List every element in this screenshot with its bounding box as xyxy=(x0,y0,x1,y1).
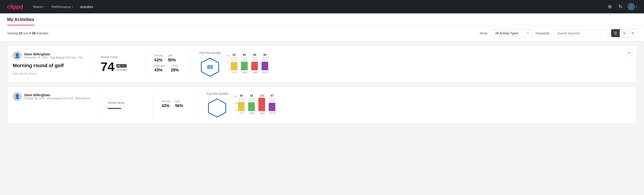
avg-quality-section: Avg Shot Quality 89 100 50 0 xyxy=(199,51,284,77)
view-toggle-list-detail[interactable]: ≡ xyxy=(629,29,637,37)
stat-gir-value: 56% xyxy=(175,104,183,108)
card-user-info: 👤 Dave Billingham October 16, 2021 · Gog… xyxy=(13,92,90,118)
x-label-arg: ARG xyxy=(259,112,266,115)
logo[interactable]: clippd xyxy=(7,3,23,10)
nav-activities[interactable]: Activities xyxy=(78,3,96,10)
x-label-app: APP xyxy=(242,71,248,74)
stat-gir-label: GIR xyxy=(175,100,183,103)
bar-ott-value: 94 xyxy=(240,94,243,97)
bar-putt-wrapper xyxy=(262,57,268,70)
bar-app-value: 93 xyxy=(250,94,253,97)
stat-fw-hit-label: FW Hit xyxy=(154,54,163,57)
bar-ott-wrapper xyxy=(231,57,238,70)
stat-fw-hit-label: FW Hit xyxy=(162,100,170,103)
stat-updown: Up/Down 43% xyxy=(154,64,165,72)
add-icon[interactable]: ⊕ xyxy=(606,3,614,10)
bar-putt-fill xyxy=(269,103,275,111)
round-score-section: Round Score 74 +4 18 Holes xyxy=(101,51,136,77)
stat-row-2: Up/Down 43% 1 Putt 28% xyxy=(154,64,181,72)
x-label-arg: ARG xyxy=(252,71,259,74)
bar-app-fill xyxy=(241,62,248,70)
avg-quality-section: Avg Shot Quality 100 50 0 xyxy=(206,92,292,118)
page-title: My Activities xyxy=(7,14,34,26)
user-name: Dave Billingham xyxy=(24,93,90,97)
quality-value: 89 xyxy=(207,64,213,70)
activity-type-select[interactable]: All Activity Types ▾ xyxy=(492,30,532,37)
bars-container: 85 90 xyxy=(231,55,268,70)
bar-arg-fill xyxy=(258,98,265,111)
show-label: Show: xyxy=(480,32,488,35)
filter-bar: Viewing 12 out of 29 Activities Show: Al… xyxy=(0,26,644,41)
quality-hexagon xyxy=(207,98,227,118)
bar-arg-value: 106 xyxy=(260,94,264,97)
bar-putt-value: 87 xyxy=(271,94,274,97)
stat-1putt-label: 1 Putt xyxy=(171,64,179,68)
x-label-putt: PUTT xyxy=(262,71,269,74)
edit-button[interactable]: ✏ xyxy=(626,49,633,56)
stat-gir: GIR 56% xyxy=(175,100,183,108)
stat-gir-value: 50% xyxy=(168,58,176,62)
bars-container: 94 93 xyxy=(238,96,275,111)
stat-updown-value: 43% xyxy=(154,68,165,72)
bar-arg: 106 xyxy=(258,94,265,111)
nav-performance[interactable]: Performance ▾ xyxy=(49,3,76,10)
hexagon-area: Avg Shot Quality 89 xyxy=(199,51,221,77)
bar-putt-fill xyxy=(262,62,268,70)
divider xyxy=(152,92,153,118)
divider xyxy=(145,51,146,77)
bar-ott: 85 xyxy=(231,53,238,70)
chart-area: 100 50 0 85 xyxy=(226,55,284,70)
search-input[interactable] xyxy=(554,30,608,37)
card-user-info: 👤 Dave Billingham December 05, 2021 · Go… xyxy=(13,51,82,77)
user-info-row: 👤 Dave Billingham October 16, 2021 · Gog… xyxy=(13,92,90,101)
user-info-row: 👤 Dave Billingham December 05, 2021 · Go… xyxy=(13,51,82,60)
bar-ott-value: 85 xyxy=(232,53,236,56)
divider xyxy=(190,51,190,77)
bar-ott-fill xyxy=(238,102,244,111)
stat-updown-label: Up/Down xyxy=(154,64,165,68)
user-date: October 16, 2021 · Gog Magog Golf Club -… xyxy=(24,97,90,100)
divider xyxy=(197,92,198,118)
divider xyxy=(92,51,92,77)
refresh-icon[interactable]: ↻ xyxy=(617,3,624,10)
activity-card: 👤 Dave Billingham October 16, 2021 · Gog… xyxy=(7,86,637,124)
activity-title: Morning round of golf xyxy=(13,63,82,68)
hexagon-area: Avg Shot Quality xyxy=(206,92,228,118)
account-chevron-icon: ▾ xyxy=(636,6,637,8)
user-details: Dave Billingham October 16, 2021 · Gog M… xyxy=(24,93,90,100)
holes-text: 18 Holes xyxy=(116,68,127,72)
avatar-person-icon: 👤 xyxy=(14,53,20,58)
avg-quality-label: Avg Shot Quality xyxy=(199,51,221,54)
x-label-ott: OTT xyxy=(232,71,238,74)
stat-fw-hit: FW Hit 43% xyxy=(162,100,170,108)
bar-arg-value: 89 xyxy=(253,53,256,56)
page-title-bar: My Activities xyxy=(0,14,644,26)
round-score-label: Round Score xyxy=(101,55,136,59)
y-axis: 100 50 0 xyxy=(226,55,230,70)
bar-app-wrapper xyxy=(241,57,248,70)
nav-teams[interactable]: Teams ▾ xyxy=(30,3,47,10)
data-source: Data Source: Arccos xyxy=(13,72,82,75)
x-label-app: APP xyxy=(249,112,256,115)
user-avatar: 👤 xyxy=(13,51,22,60)
chart-area: 100 50 0 94 93 xyxy=(234,96,292,111)
x-axis-labels: OTT APP ARG PUTT xyxy=(234,112,292,115)
bar-ott: 94 xyxy=(238,94,244,111)
bar-app: 90 xyxy=(241,53,248,70)
keywords-label: Keywords: xyxy=(536,32,550,35)
bar-putt: 87 xyxy=(269,94,275,111)
svg-marker-1 xyxy=(209,99,226,117)
view-toggle-grid[interactable]: ⊙ xyxy=(620,29,629,37)
bar-app: 93 xyxy=(248,94,255,111)
avg-quality-label: Avg Shot Quality xyxy=(206,92,228,95)
viewing-count-text: Viewing 12 out of 29 Activities xyxy=(7,32,476,35)
stats-section: FW Hit 62% GIR 50% Up/Down 43% 1 Putt 28… xyxy=(154,51,181,77)
score-value: 74 xyxy=(101,60,114,73)
account-button[interactable]: 👤 ▾ xyxy=(628,3,637,10)
view-toggle-list-compact[interactable]: ☰ xyxy=(611,29,620,37)
bar-ott-fill xyxy=(231,62,238,70)
stat-gir: GIR 50% xyxy=(168,54,176,62)
user-avatar: 👤 xyxy=(13,92,22,101)
activities-list: ✏ 👤 Dave Billingham December 05, 2021 · … xyxy=(0,41,644,128)
bar-arg-fill xyxy=(251,62,258,70)
